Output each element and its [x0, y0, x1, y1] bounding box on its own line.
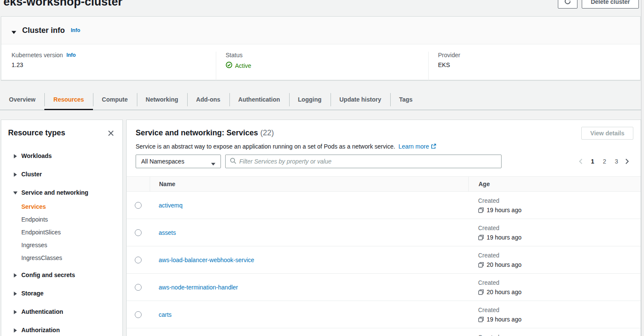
row-age-cell: Created20 hours ago [468, 246, 641, 273]
caret-right-icon [13, 292, 17, 296]
sidebar-group-config-and-secrets[interactable]: Config and secrets [1, 266, 122, 284]
row-select-cell [127, 192, 150, 219]
services-table: Name Age activemqCreated19 hours agoasse… [127, 176, 641, 336]
tab-logging[interactable]: Logging [289, 90, 331, 110]
copy-icon[interactable] [478, 207, 484, 213]
page-header: eks-workshop-cluster Delete cluster [3, 0, 639, 12]
refresh-icon [564, 0, 571, 6]
delete-cluster-button[interactable]: Delete cluster [582, 0, 639, 9]
sidebar-group-storage[interactable]: Storage [1, 284, 122, 303]
tab-update-history[interactable]: Update history [331, 90, 390, 110]
selection-column-header [127, 177, 150, 191]
page-3[interactable]: 3 [613, 158, 620, 165]
status-label: Status [226, 52, 243, 58]
resource-tree: WorkloadsClusterService and networkingSe… [1, 147, 122, 336]
sidebar-group-workloads[interactable]: Workloads [1, 147, 122, 165]
caret-right-icon [13, 328, 17, 333]
sidebar-group-authentication[interactable]: Authentication [1, 303, 122, 321]
sidebar-group-cluster[interactable]: Cluster [1, 165, 122, 184]
field-provider: Provider EKS [428, 52, 640, 80]
service-link[interactable]: activemq [159, 202, 183, 209]
service-link[interactable]: aws-node-termination-handler [159, 284, 238, 291]
search-input[interactable] [239, 158, 497, 165]
sidebar-group-label: Config and secrets [21, 271, 75, 280]
collapse-caret-icon[interactable] [12, 29, 16, 32]
copy-icon[interactable] [478, 316, 484, 322]
tab-add-ons[interactable]: Add-ons [187, 90, 229, 110]
caret-right-icon [13, 273, 17, 278]
refresh-button[interactable] [558, 0, 577, 9]
tab-overview[interactable]: Overview [0, 90, 44, 110]
tab-compute[interactable]: Compute [93, 90, 137, 110]
table-header: Name Age [127, 176, 641, 192]
row-age-cell: Created [468, 328, 641, 336]
sidebar-group-service-and-networking[interactable]: Service and networking [1, 184, 122, 202]
sidebar-group-label: Cluster [21, 170, 42, 179]
service-link[interactable]: assets [159, 229, 176, 236]
chevron-left-icon[interactable] [579, 158, 584, 164]
cluster-info-header[interactable]: Cluster info Info [1, 17, 640, 44]
age-text: 19 hours ago [487, 234, 522, 241]
row-name-cell: aws-load-balancer-webhook-service [150, 246, 468, 273]
row-radio[interactable] [135, 202, 142, 209]
page-1[interactable]: 1 [589, 158, 596, 165]
page-2[interactable]: 2 [601, 158, 608, 165]
kubernetes-version-value: 1.23 [12, 61, 216, 68]
age-value: 20 hours ago [478, 261, 641, 269]
page-numbers: 123 [589, 158, 620, 165]
status-badge: Active [226, 61, 428, 70]
close-icon[interactable] [107, 129, 115, 137]
sidebar-item-ingressclasses[interactable]: IngressClasses [1, 251, 122, 264]
chevron-right-icon[interactable] [625, 158, 630, 164]
provider-value: EKS [438, 61, 640, 68]
caret-right-icon [13, 172, 17, 177]
namespace-select[interactable]: All Namespaces [136, 155, 221, 168]
tab-authentication[interactable]: Authentication [229, 90, 289, 110]
services-panel-title: Service and networking: Services (22) [136, 128, 630, 137]
copy-icon[interactable] [478, 289, 484, 295]
row-radio[interactable] [135, 229, 142, 236]
row-radio[interactable] [135, 257, 142, 263]
tab-tags[interactable]: Tags [390, 90, 422, 110]
sidebar-item-ingresses[interactable]: Ingresses [1, 239, 122, 251]
scrollbar[interactable] [641, 0, 644, 336]
created-label: Created [478, 279, 641, 286]
age-text: 20 hours ago [487, 261, 522, 269]
age-text: 19 hours ago [487, 206, 522, 214]
tab-networking[interactable]: Networking [137, 90, 187, 110]
cluster-info-title: Cluster info [22, 26, 65, 35]
row-name-cell: carts [150, 301, 468, 328]
copy-icon[interactable] [478, 234, 484, 240]
kubernetes-version-info-link[interactable]: Info [67, 52, 76, 58]
age-value: 19 hours ago [478, 234, 641, 241]
caret-right-icon [13, 310, 17, 314]
row-name-cell: assets [150, 219, 468, 246]
table-row-aws-node-termination-handler: aws-node-termination-handlerCreated20 ho… [127, 274, 641, 301]
caret-down-icon [13, 191, 17, 195]
tab-resources[interactable]: Resources [44, 90, 93, 110]
sidebar-group-authorization[interactable]: Authorization [1, 321, 122, 336]
view-details-button[interactable]: View details [581, 127, 633, 140]
row-age-cell: Created20 hours ago [468, 274, 641, 301]
namespace-select-value: All Namespaces [141, 158, 184, 165]
page-title: eks-workshop-cluster [3, 0, 122, 9]
sidebar-group-label: Authentication [21, 307, 63, 316]
field-status: Status Active [216, 52, 428, 80]
field-kubernetes-version: Kubernetes version Info 1.23 [1, 52, 216, 80]
sidebar-item-endpoints[interactable]: Endpoints [1, 213, 122, 226]
row-age-cell: Created19 hours ago [468, 301, 641, 328]
cluster-info-info-link[interactable]: Info [71, 27, 80, 33]
sidebar-group-label: Storage [21, 289, 44, 298]
copy-icon[interactable] [478, 262, 484, 268]
row-radio[interactable] [135, 311, 142, 318]
table-row-aws-load-balancer-webhook-service: aws-load-balancer-webhook-serviceCreated… [127, 246, 641, 274]
learn-more-link[interactable]: Learn more [398, 143, 436, 150]
service-link[interactable]: carts [159, 311, 171, 318]
sidebar-item-endpointslices[interactable]: EndpointSlices [1, 226, 122, 239]
row-radio[interactable] [135, 284, 142, 291]
table-row-assets: assetsCreated19 hours ago [127, 219, 641, 246]
provider-label: Provider [438, 52, 460, 58]
service-link[interactable]: aws-load-balancer-webhook-service [159, 257, 254, 263]
sidebar-title: Resource types [8, 129, 65, 137]
sidebar-item-services[interactable]: Services [1, 200, 122, 213]
